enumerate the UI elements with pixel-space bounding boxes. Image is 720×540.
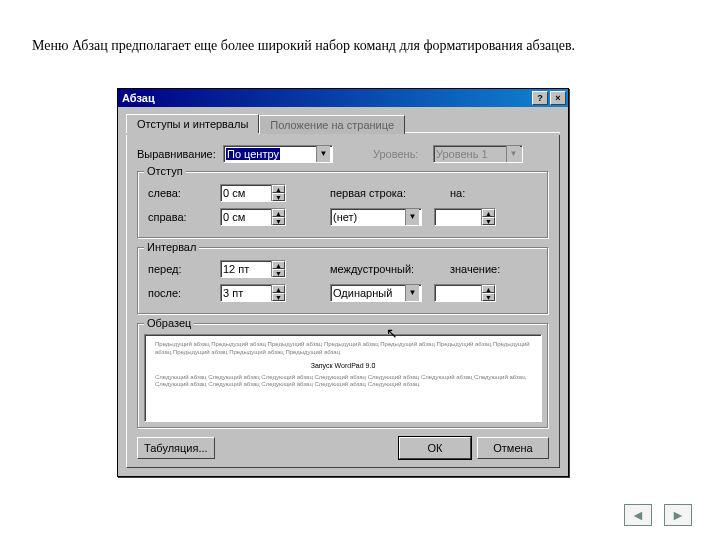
- alignment-combo[interactable]: По центру: [223, 145, 333, 163]
- indent-left-spin[interactable]: 0 см ▲▼: [220, 184, 286, 202]
- chevron-down-icon[interactable]: [316, 146, 330, 162]
- slide-nav: ◄ ►: [624, 504, 692, 526]
- line-spacing-combo[interactable]: Одинарный: [330, 284, 422, 302]
- interval-legend: Интервал: [144, 241, 199, 253]
- chevron-down-icon: [506, 146, 520, 162]
- interval-group: Интервал перед: 12 пт ▲▼ междустрочный: …: [137, 247, 549, 315]
- before-spin[interactable]: 12 пт ▲▼: [220, 260, 286, 278]
- cancel-button[interactable]: Отмена: [477, 437, 549, 459]
- ok-button[interactable]: ОК: [399, 437, 471, 459]
- preview-box: Предыдущий абзац Предыдущий абзац Предыд…: [144, 334, 542, 422]
- first-line-combo[interactable]: (нет): [330, 208, 422, 226]
- indent-left-label: слева:: [148, 187, 220, 199]
- level-combo: Уровень 1: [433, 145, 523, 163]
- prev-slide-button[interactable]: ◄: [624, 504, 652, 526]
- indent-legend: Отступ: [144, 165, 186, 177]
- help-button[interactable]: ?: [532, 91, 548, 105]
- indent-on-label: на:: [450, 187, 465, 199]
- preview-group: Образец Предыдущий абзац Предыдущий абза…: [137, 323, 549, 429]
- titlebar[interactable]: Абзац ? ×: [118, 89, 568, 107]
- preview-sample-text: Запуск WordPad 9.0: [155, 361, 531, 370]
- next-slide-button[interactable]: ►: [664, 504, 692, 526]
- line-spacing-label: междустрочный:: [330, 263, 422, 275]
- tabs: Отступы и интервалы Положение на страниц…: [126, 113, 560, 133]
- alignment-label: Выравнивание:: [137, 148, 223, 160]
- before-label: перед:: [148, 263, 220, 275]
- paragraph-dialog: Абзац ? × Отступы и интервалы Положение …: [117, 88, 569, 477]
- tab-page-position[interactable]: Положение на странице: [259, 115, 405, 134]
- page-caption: Меню Абзац предполагает еще более широки…: [32, 38, 575, 54]
- line-value-spin[interactable]: ▲▼: [434, 284, 496, 302]
- first-line-label: первая строка:: [330, 187, 422, 199]
- indent-group: Отступ слева: 0 см ▲▼ первая строка: на:…: [137, 171, 549, 239]
- preview-lorem-before: Предыдущий абзац Предыдущий абзац Предыд…: [155, 341, 531, 357]
- indent-on-spin[interactable]: ▲▼: [434, 208, 496, 226]
- tabulation-button[interactable]: Табуляция...: [137, 437, 215, 459]
- indent-right-label: справа:: [148, 211, 220, 223]
- level-label: Уровень:: [373, 148, 433, 160]
- after-spin[interactable]: 3 пт ▲▼: [220, 284, 286, 302]
- close-button[interactable]: ×: [550, 91, 566, 105]
- tab-panel: Выравнивание: По центру Уровень: Уровень…: [126, 135, 560, 468]
- indent-right-spin[interactable]: 0 см ▲▼: [220, 208, 286, 226]
- tab-indents-spacing[interactable]: Отступы и интервалы: [126, 114, 259, 133]
- chevron-down-icon[interactable]: [405, 209, 419, 225]
- dialog-title: Абзац: [122, 92, 155, 104]
- preview-lorem-after: Следующий абзац Следующий абзац Следующи…: [155, 374, 531, 390]
- chevron-down-icon[interactable]: [405, 285, 419, 301]
- value-label: значение:: [450, 263, 500, 275]
- after-label: после:: [148, 287, 220, 299]
- preview-legend: Образец: [144, 317, 194, 329]
